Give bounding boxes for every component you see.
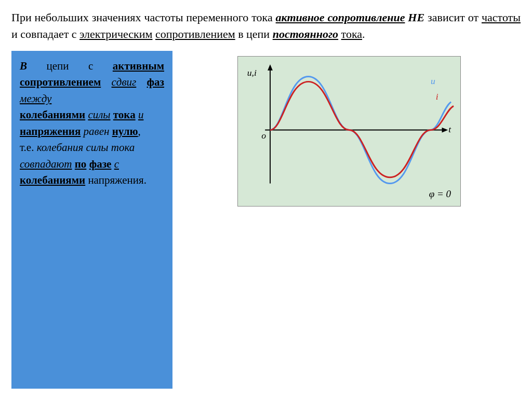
- i-label: i: [436, 91, 438, 101]
- graph-svg: u,i t o u i: [242, 61, 456, 202]
- phi-label: φ = 0: [429, 188, 451, 200]
- term-electric: электрическим: [79, 28, 152, 40]
- origin-label: o: [261, 130, 266, 141]
- left-text: В цепи с активным сопротивлением сдвиг ф…: [20, 60, 164, 187]
- x-axis-label: t: [448, 124, 451, 134]
- graph-container: u,i t o u i φ = 0: [237, 56, 461, 207]
- term-constant: постоянного: [273, 28, 338, 40]
- top-paragraph: При небольших значениях частоты переменн…: [11, 9, 521, 43]
- y-axis-label: u,i: [247, 67, 257, 77]
- svg-marker-3: [442, 127, 448, 132]
- left-panel: В цепи с активным сопротивлением сдвиг ф…: [11, 51, 172, 389]
- svg-marker-1: [268, 64, 273, 71]
- term-current: тока: [341, 28, 362, 40]
- u-label: u: [431, 76, 435, 86]
- term-resistance: сопротивлением: [155, 28, 235, 40]
- content-row: В цепи с активным сопротивлением сдвиг ф…: [11, 51, 521, 389]
- term-not: НЕ: [408, 11, 424, 24]
- right-panel: u,i t o u i φ = 0: [172, 51, 521, 389]
- term-active-resistance: активное сопротивление: [276, 11, 405, 24]
- term-frequency: частоты: [482, 11, 521, 24]
